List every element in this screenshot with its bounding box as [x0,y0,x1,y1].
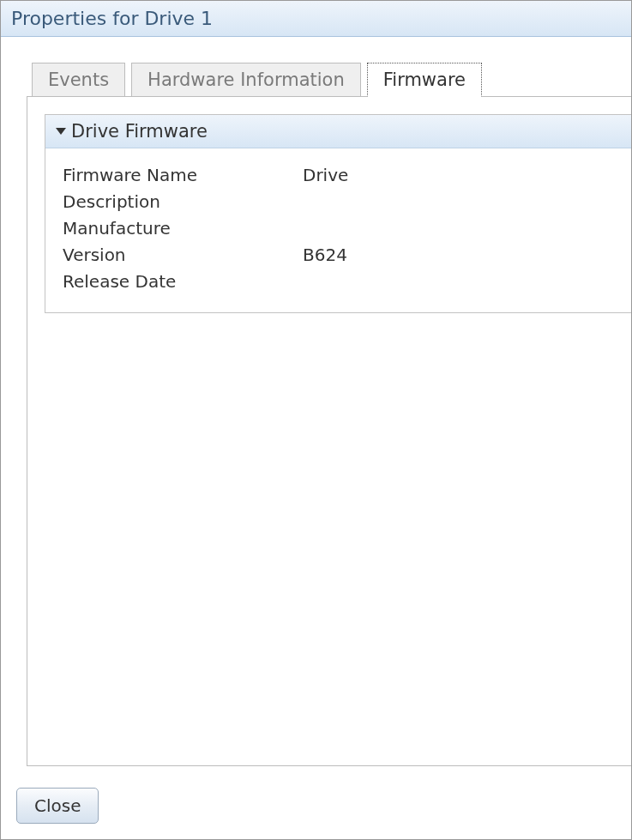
close-button-label: Close [34,795,81,816]
firmware-name-value: Drive [303,162,614,189]
manufacture-value [303,215,614,242]
manufacture-label: Manufacture [63,215,303,242]
tab-firmware[interactable]: Firmware [367,63,482,97]
firmware-name-label: Firmware Name [63,162,303,189]
dialog-title-bar: Properties for Drive 1 [1,1,631,37]
tab-hardware-information-label: Hardware Information [147,69,345,90]
drive-firmware-section-header[interactable]: Drive Firmware [45,115,631,148]
property-row: Description [63,189,614,215]
property-row: Firmware Name Drive [63,162,614,189]
property-row: Release Date [63,269,614,295]
description-value [303,189,614,215]
close-button[interactable]: Close [16,788,99,824]
property-row: Manufacture [63,215,614,242]
drive-firmware-section-title: Drive Firmware [71,121,208,142]
tab-events-label: Events [48,69,109,90]
firmware-tab-panel: Drive Firmware Firmware Name Drive Descr… [27,96,631,766]
tab-strip: Events Hardware Information Firmware [27,63,631,96]
tab-events[interactable]: Events [32,63,125,97]
property-row: Version B624 [63,242,614,269]
drive-firmware-section-body: Firmware Name Drive Description Manufact… [45,148,631,312]
release-date-label: Release Date [63,269,303,295]
tab-hardware-information[interactable]: Hardware Information [131,63,361,97]
version-value: B624 [303,242,614,269]
tab-firmware-label: Firmware [383,69,466,90]
description-label: Description [63,189,303,215]
dialog-title: Properties for Drive 1 [11,8,213,29]
version-label: Version [63,242,303,269]
dialog-button-row: Close [1,779,631,839]
dialog-content: Events Hardware Information Firmware Dri… [1,37,631,779]
caret-down-icon [56,128,66,135]
properties-dialog: Properties for Drive 1 Events Hardware I… [0,0,632,840]
release-date-value [303,269,614,295]
drive-firmware-section: Drive Firmware Firmware Name Drive Descr… [45,114,631,313]
